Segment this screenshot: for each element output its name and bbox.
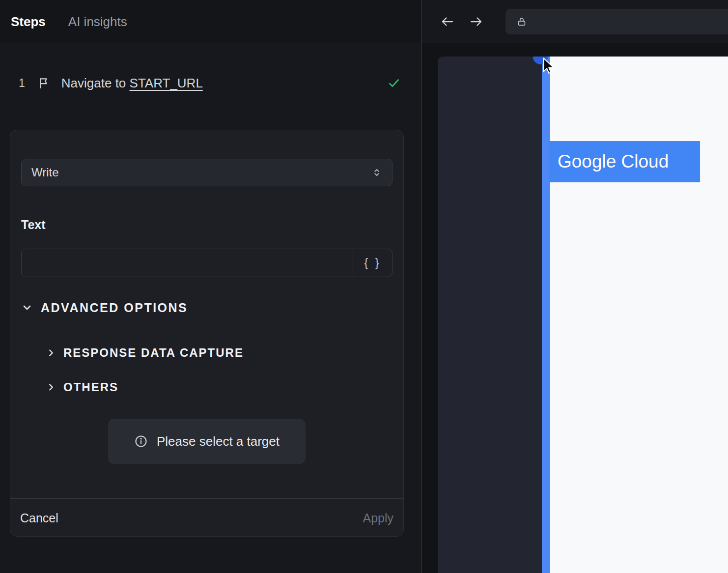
element-highlight-stripe[interactable] <box>542 57 550 573</box>
steps-panel: Steps AI insights 1 Navigate to START_UR… <box>0 0 421 573</box>
forward-arrow-icon[interactable] <box>468 14 484 29</box>
cancel-button[interactable]: Cancel <box>20 511 58 525</box>
lock-icon <box>516 16 527 28</box>
flag-icon <box>38 77 51 89</box>
back-arrow-icon[interactable] <box>440 14 455 29</box>
response-data-capture-label: RESPONSE DATA CAPTURE <box>63 346 244 360</box>
step-title-prefix: Navigate to <box>61 76 130 90</box>
text-input[interactable] <box>22 249 353 277</box>
advanced-options-label: ADVANCED OPTIONS <box>41 301 188 315</box>
browser-viewport[interactable]: Google Cloud <box>438 57 728 573</box>
tab-ai-insights[interactable]: AI insights <box>68 14 127 29</box>
select-target-notice-text: Please select a target <box>157 434 280 449</box>
action-type-select[interactable]: Write <box>21 159 392 186</box>
card-footer: Cancel Apply <box>10 499 403 537</box>
others-toggle[interactable]: OTHERS <box>46 379 392 395</box>
action-type-value: Write <box>31 166 59 179</box>
insert-variable-button[interactable]: { } <box>353 249 392 277</box>
chevron-right-icon <box>46 382 56 393</box>
step-number: 1 <box>19 77 25 90</box>
page-content-region[interactable] <box>550 57 728 573</box>
advanced-options-toggle[interactable]: ADVANCED OPTIONS <box>21 300 392 315</box>
browser-panel: Google Cloud <box>422 0 728 573</box>
info-icon <box>134 434 148 448</box>
unfold-icon <box>371 167 382 178</box>
chevron-down-icon <box>21 302 33 314</box>
step-row[interactable]: 1 Navigate to START_URL <box>19 73 401 93</box>
others-label: OTHERS <box>63 380 118 394</box>
check-icon <box>387 77 401 89</box>
action-editor-card: Write Text { } ADVANCED OPTIONS <box>10 130 404 537</box>
page-dark-region[interactable] <box>438 57 542 573</box>
text-input-group: { } <box>21 249 392 277</box>
browser-header <box>422 0 728 43</box>
selected-element-highlight[interactable]: Google Cloud <box>549 141 700 182</box>
response-data-capture-toggle[interactable]: RESPONSE DATA CAPTURE <box>46 345 392 361</box>
url-bar[interactable] <box>505 9 728 34</box>
text-field-label: Text <box>21 218 392 232</box>
left-topbar: Steps AI insights <box>0 0 421 43</box>
apply-button[interactable]: Apply <box>363 511 393 525</box>
step-title-target-link[interactable]: START_URL <box>130 76 203 90</box>
cursor-pointer-icon <box>542 57 557 76</box>
step-title[interactable]: Navigate to START_URL <box>61 76 203 91</box>
select-target-notice: Please select a target <box>108 419 306 464</box>
app-screen: Steps AI insights 1 Navigate to START_UR… <box>0 0 728 573</box>
tab-steps[interactable]: Steps <box>11 14 46 29</box>
chevron-right-icon <box>46 347 56 358</box>
